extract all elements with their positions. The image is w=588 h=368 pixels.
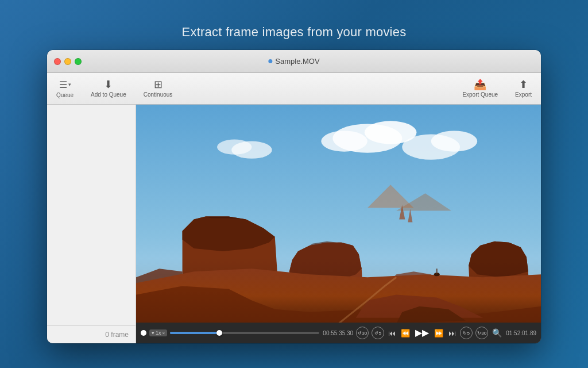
export-queue-button[interactable]: 📤 Export Queue — [459, 77, 501, 100]
video-area: ▾ 1x × 00:55:35.30 ↺30 — [136, 105, 541, 343]
progress-thumb[interactable] — [216, 330, 222, 336]
toolbar-right: 📤 Export Queue ⬆ Export — [459, 77, 535, 100]
title-dot-icon — [268, 59, 272, 63]
skip-end-button[interactable]: ⏭ — [447, 328, 457, 338]
maximize-button[interactable] — [75, 58, 82, 65]
controls-section: 00:55:35.30 ↺30 ↺5 ⏮ ⏪ ▶▶ ⏩ — [323, 327, 536, 339]
speed-x-label: × — [163, 331, 165, 336]
skip-back-5-button[interactable]: ↺5 — [372, 327, 384, 339]
chevron-down-icon: ▾ — [68, 82, 71, 87]
skip-back-30-icon: ↺30 — [358, 331, 367, 336]
skip-forward-30-button[interactable]: ↻30 — [475, 327, 488, 339]
close-button[interactable] — [54, 58, 61, 65]
window-title: Sample.MOV — [268, 57, 319, 66]
sidebar-footer: 0 frame — [47, 325, 136, 343]
minimize-button[interactable] — [64, 58, 71, 65]
frame-count: 0 frame — [105, 331, 129, 339]
playback-thumb[interactable] — [141, 330, 146, 336]
progress-track[interactable] — [170, 332, 319, 334]
add-to-queue-button[interactable]: ⬇ Add to Queue — [87, 77, 130, 100]
add-to-queue-icon: ⬇ — [104, 79, 113, 90]
video-container[interactable] — [136, 105, 541, 323]
speed-badge: ▾ 1x × — [149, 329, 167, 336]
sidebar: 0 frame — [47, 105, 136, 343]
queue-button[interactable]: ☰ ▾ Queue — [53, 77, 77, 101]
skip-forward-5-icon: ↻5 — [463, 331, 469, 336]
main-area: 0 frame — [47, 105, 541, 343]
export-button[interactable]: ⬆ Export — [512, 77, 535, 100]
loop-button[interactable]: 🔍 — [491, 328, 503, 338]
speed-value: 1x — [156, 330, 161, 336]
video-frame — [136, 105, 541, 323]
step-forward-button[interactable]: ⏩ — [433, 328, 444, 338]
continuous-icon: ⊞ — [154, 79, 163, 90]
skip-back-30-button[interactable]: ↺30 — [356, 327, 369, 339]
time-left: 00:55:35.30 — [323, 330, 353, 336]
playback-bar: ▾ 1x × 00:55:35.30 ↺30 — [136, 323, 541, 343]
svg-rect-10 — [136, 105, 541, 323]
title-bar: Sample.MOV — [47, 50, 541, 73]
queue-icon: ☰ — [59, 79, 67, 90]
step-back-button[interactable]: ⏪ — [400, 328, 411, 338]
continuous-button[interactable]: ⊞ Continuous — [140, 77, 176, 100]
add-to-queue-label: Add to Queue — [91, 91, 126, 98]
app-window: Sample.MOV ☰ ▾ Queue ⬇ Add to Queue ⊞ Co… — [47, 50, 541, 343]
skip-forward-30-icon: ↻30 — [477, 331, 486, 336]
traffic-lights — [54, 58, 82, 65]
export-icon: ⬆ — [519, 79, 528, 90]
queue-label: Queue — [56, 92, 74, 98]
continuous-label: Continuous — [144, 91, 173, 98]
dropdown-icon: ▾ — [152, 330, 154, 336]
skip-forward-5-button[interactable]: ↻5 — [460, 327, 473, 339]
rewind-button[interactable]: ⏮ — [387, 328, 397, 338]
progress-fill — [170, 332, 219, 334]
sidebar-content — [47, 105, 136, 325]
skip-back-5-icon: ↺5 — [374, 331, 381, 336]
progress-section: ▾ 1x × — [141, 329, 319, 336]
export-queue-icon: 📤 — [474, 79, 486, 90]
toolbar: ☰ ▾ Queue ⬇ Add to Queue ⊞ Continuous 📤 … — [47, 73, 541, 105]
page-title: Extract frame images from your movies — [182, 25, 407, 40]
time-right: 01:52:01.89 — [506, 330, 536, 336]
toolbar-left: ☰ ▾ Queue ⬇ Add to Queue ⊞ Continuous — [53, 77, 176, 101]
export-queue-label: Export Queue — [462, 91, 498, 98]
export-label: Export — [515, 91, 532, 98]
queue-button-top: ☰ ▾ — [59, 79, 71, 90]
play-button[interactable]: ▶▶ — [414, 327, 430, 339]
